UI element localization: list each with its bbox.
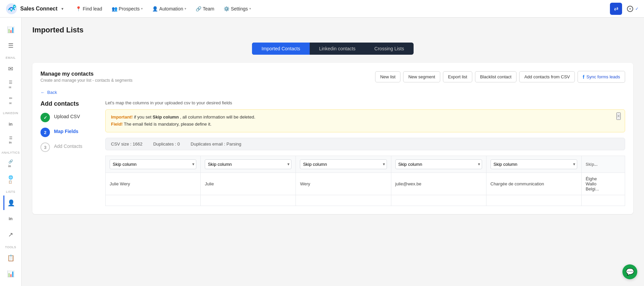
col-select-wrapper-2: Skip column First Name Last Name Email C… [205, 159, 291, 169]
step-2-number: 2 [44, 130, 46, 135]
sidebar-email-templates[interactable]: ✏✉ [3, 94, 18, 108]
nav-team[interactable]: 🔗 Team [192, 4, 218, 14]
exchange-button[interactable]: ⇄ [610, 3, 622, 15]
step-map-fields: 2 Map Fields [40, 128, 94, 137]
topnav-right-actions: ⇄ ⊙ ✓ [610, 3, 639, 15]
col-select-wrapper-1: Skip column First Name Last Name Email C… [110, 159, 196, 169]
add-contacts-csv-button[interactable]: Add contacts from CSV [519, 71, 575, 82]
automation-icon: 👤 [152, 6, 158, 11]
step-3-circle: 3 [40, 142, 50, 152]
user-check-icon: ✓ [635, 6, 639, 11]
sidebar-tools-2[interactable]: 📊 [3, 267, 18, 281]
col-select-wrapper-3: Skip column First Name Last Name Email ▾ [300, 159, 387, 169]
tab-crossing-lists[interactable]: Crossing Lists [365, 43, 414, 55]
automation-arrow: ▾ [185, 7, 186, 10]
brand-dropdown-icon: ▾ [61, 6, 63, 11]
steps-panel: Add contacts ✓ Upload CSV 2 Map [40, 100, 94, 157]
nav-find-lead[interactable]: 📍 Find lead [72, 4, 106, 14]
tab-linkedin-contacts[interactable]: Linkedin contacts [310, 43, 365, 55]
sidebar-analytics-icon[interactable]: 📊 [3, 22, 18, 37]
sidebar-lists-share[interactable]: ↗ [3, 227, 18, 242]
col-select-4[interactable]: Skip column First Name Last Name Email [395, 159, 482, 169]
alert-line-1: Important! if you set Skip column , all … [111, 114, 619, 121]
empty-cell-1 [106, 195, 201, 206]
manage-title: Manage my contacts [40, 71, 133, 77]
csv-size-item: CSV size : 1662 [111, 141, 142, 147]
add-contacts-title: Add contacts [40, 100, 94, 107]
sidebar-linkedin-sequences[interactable]: ☰in [3, 133, 18, 147]
manage-contacts-card: Manage my contacts Create and manage you… [32, 63, 633, 214]
sidebar-analytics-link[interactable]: 🔗in [3, 156, 18, 171]
step-3-label: Add Contacts [54, 142, 82, 149]
col-header-3: Skip column First Name Last Name Email ▾ [296, 156, 391, 173]
nav-prospects[interactable]: 👥 Prospects ▾ [108, 4, 147, 14]
svg-point-1 [13, 5, 16, 8]
sync-forms-leads-button[interactable]: f Sync forms leads [578, 71, 625, 83]
alert-important-label: Important! [111, 114, 133, 120]
empty-cell-2 [201, 195, 296, 206]
col-select-wrapper-5: Skip column First Name Job Title Company… [491, 159, 577, 169]
facebook-icon: f [583, 74, 584, 80]
user-menu[interactable]: ⊙ ✓ [626, 3, 639, 14]
prospects-icon: 👥 [112, 6, 117, 11]
duplicates-item: Duplicates : 0 [153, 141, 180, 147]
sidebar-lists-linkedin[interactable]: in [3, 211, 18, 226]
alert-field-text: The email field is mandatory, please def… [124, 122, 212, 127]
duplicates-email-label: Duplicates email : [191, 141, 225, 147]
top-navigation: Sales Connect ▾ 📍 Find lead 👥 Prospects … [0, 0, 644, 18]
duplicates-email-value: Parsing [226, 141, 241, 147]
back-link[interactable]: ← Back [40, 90, 57, 95]
card-header: Manage my contacts Create and manage you… [40, 71, 625, 83]
sidebar-tools-1[interactable]: 📋 [3, 251, 18, 265]
sidebar-section-email: EMAIL [0, 56, 21, 59]
csv-info-bar: CSV size : 1662 Duplicates : 0 Duplicate… [105, 138, 625, 150]
col-select-3[interactable]: Skip column First Name Last Name Email [300, 159, 387, 169]
brand-name: Sales Connect [20, 6, 57, 12]
new-segment-button[interactable]: New segment [403, 71, 440, 82]
sidebar-analytics-global[interactable]: 🌐📋 [3, 172, 18, 187]
sidebar-email-sequences[interactable]: ☰✉ [3, 78, 18, 92]
brand-logo[interactable]: Sales Connect ▾ [5, 3, 63, 15]
col-select-wrapper-4: Skip column First Name Last Name Email ▾ [395, 159, 482, 169]
alert-close-button[interactable]: × [616, 112, 621, 120]
add-contacts-layout: Add contacts ✓ Upload CSV 2 Map [40, 100, 625, 206]
col-header-5: Skip column First Name Job Title Company… [486, 156, 581, 173]
alert-skip-column-label: Skip column [153, 114, 179, 120]
sidebar-menu-icon[interactable]: ☰ [3, 38, 18, 53]
step-upload-csv: ✓ Upload CSV [40, 113, 94, 122]
duplicates-value: 0 [177, 141, 180, 147]
svg-point-0 [6, 3, 17, 14]
alert-skip-column-text: , all column information will be deleted… [180, 114, 255, 120]
duplicates-label: Duplicates : [153, 141, 176, 147]
back-arrow-icon: ← [40, 90, 45, 95]
sidebar-section-linkedin: LINKEDIN [0, 111, 21, 115]
nav-settings[interactable]: ⚙️ Settings ▾ [220, 4, 255, 14]
settings-arrow: ▾ [249, 7, 251, 10]
col-select-1[interactable]: Skip column First Name Last Name Email C… [110, 159, 196, 169]
col-select-5[interactable]: Skip column First Name Job Title Company [491, 159, 577, 169]
step-1-label: Upload CSV [54, 113, 80, 119]
chat-button[interactable]: 💬 [622, 264, 637, 279]
sidebar-section-lists: LISTS [0, 190, 21, 193]
alert-line-2: Field! The email field is mandatory, ple… [111, 121, 619, 128]
empty-cell-4 [391, 195, 486, 206]
tab-imported-contacts[interactable]: Imported Contacts [252, 43, 309, 55]
export-list-button[interactable]: Export list [443, 71, 472, 82]
tab-bar-inner: Imported Contacts Linkedin contacts Cros… [252, 43, 414, 55]
map-description: Let's map the columns in your uploaded c… [105, 100, 625, 105]
sidebar-linkedin-profile[interactable]: in [3, 117, 18, 131]
step-3-number: 3 [44, 145, 46, 150]
prospects-arrow: ▾ [141, 7, 143, 10]
sidebar-email-inbox[interactable]: ✉ [3, 61, 18, 76]
empty-cell-6 [581, 195, 625, 206]
blacklist-contact-button[interactable]: Blacklist contact [475, 71, 516, 82]
data-cell-4: julie@wex.be [391, 173, 486, 195]
nav-automation[interactable]: 👤 Automation ▾ [148, 4, 190, 14]
alert-field-label: Field! [111, 122, 123, 127]
table-row-2 [106, 195, 625, 206]
new-list-button[interactable]: New list [375, 71, 401, 82]
card-actions: New list New segment Export list Blackli… [375, 71, 625, 83]
col-select-2[interactable]: Skip column First Name Last Name Email C… [205, 159, 291, 169]
alert-important-text: if you set [134, 114, 153, 120]
sidebar-lists-contacts[interactable]: 👤 [3, 196, 18, 210]
